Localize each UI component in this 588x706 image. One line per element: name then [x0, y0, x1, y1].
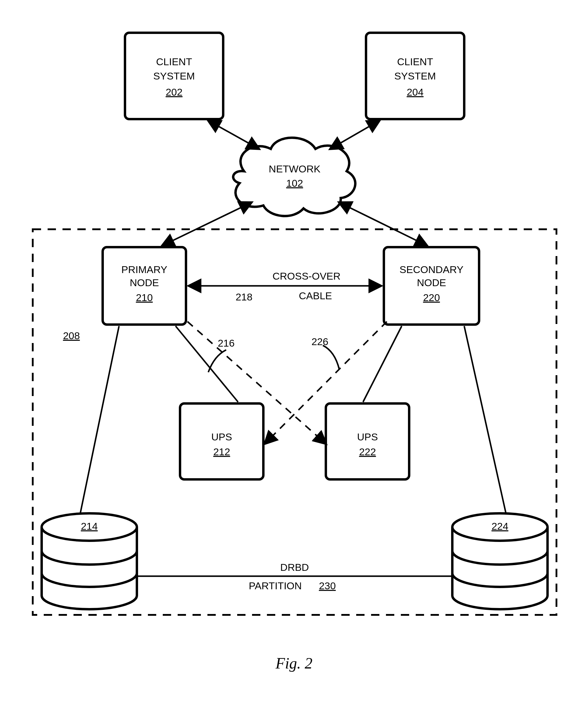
edge-primary-db	[80, 326, 119, 513]
db-left-ref: 214	[81, 520, 98, 532]
primary-title: PRIMARY	[121, 264, 167, 275]
database-right: 224	[452, 513, 548, 609]
diagram-canvas: CLIENT SYSTEM 202 CLIENT SYSTEM 204 NETW…	[0, 0, 588, 706]
crossover-line1: CROSS-OVER	[272, 270, 341, 282]
edge-client2-network	[330, 121, 379, 149]
crossover-ref: 218	[236, 291, 253, 303]
edge-client1-network	[208, 121, 259, 149]
network-cloud: NETWORK 102	[233, 138, 355, 216]
client2-sub: SYSTEM	[394, 70, 436, 82]
edge-226-label: 226	[311, 336, 329, 347]
network-title: NETWORK	[269, 163, 321, 174]
client1-title: CLIENT	[156, 56, 192, 67]
drbd-line1: DRBD	[280, 561, 309, 573]
ups2-title: UPS	[357, 431, 378, 442]
secondary-title: SECONDARY	[400, 264, 464, 275]
edge-network-secondary	[339, 202, 427, 246]
network-ref: 102	[286, 178, 303, 189]
ups1-ref: 212	[213, 446, 230, 457]
edge-secondary-db	[464, 326, 506, 513]
crossover-line2: CABLE	[299, 290, 332, 301]
db-right-ref: 224	[492, 520, 509, 532]
drbd-line2: PARTITION	[249, 580, 302, 591]
client2-ref: 204	[407, 86, 424, 98]
client2-title: CLIENT	[397, 56, 433, 67]
ups2-ref: 222	[359, 446, 376, 457]
secondary-sub: NODE	[417, 277, 446, 288]
edge-secondary-ups2	[363, 326, 402, 402]
edge-network-primary	[162, 202, 251, 246]
edge-216-label: 216	[218, 338, 235, 349]
secondary-ref: 220	[423, 292, 440, 303]
leader-226	[323, 345, 339, 369]
drbd-ref: 230	[319, 580, 336, 591]
edge-primary-ups2-dashed	[187, 322, 326, 444]
client1-sub: SYSTEM	[153, 70, 195, 82]
secondary-node: SECONDARY NODE 220	[384, 247, 479, 324]
figure-caption: Fig. 2	[275, 655, 312, 672]
ups1-title: UPS	[211, 431, 232, 442]
primary-sub: NODE	[130, 277, 159, 288]
client-system-1: CLIENT SYSTEM 202	[125, 33, 223, 119]
cluster-ref: 208	[63, 330, 80, 341]
ups-2: UPS 222	[326, 403, 409, 479]
client-system-2: CLIENT SYSTEM 204	[366, 33, 464, 119]
primary-node: PRIMARY NODE 210	[103, 247, 186, 324]
client1-ref: 202	[166, 86, 183, 98]
database-left: 214	[42, 513, 137, 609]
primary-ref: 210	[136, 292, 153, 303]
ups-1: UPS 212	[180, 403, 263, 479]
